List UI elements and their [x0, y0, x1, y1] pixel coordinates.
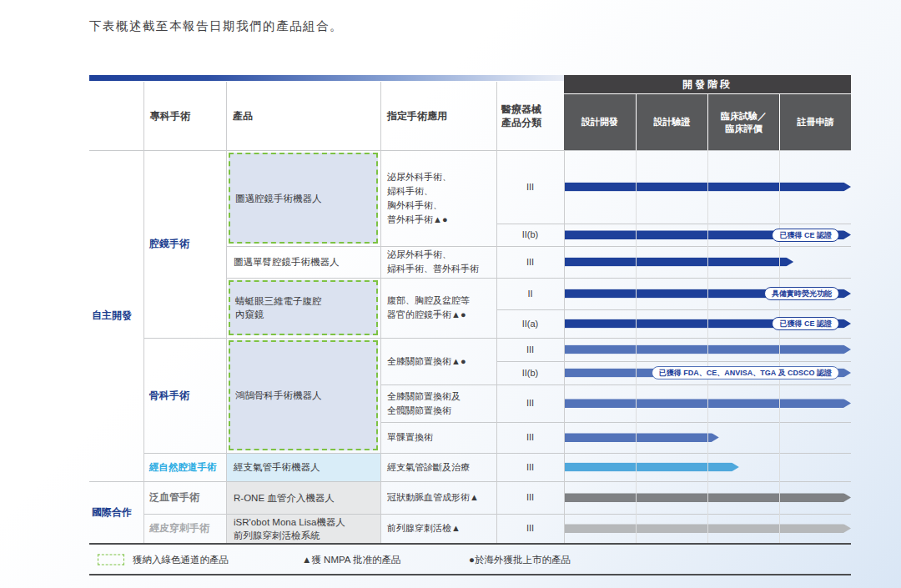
dev-stage-header: 開發階段 — [564, 75, 851, 93]
grid-line — [143, 82, 144, 543]
application-r-one: 冠狀動脈血管成形術▲ — [380, 481, 496, 514]
application-skywalker-tka-tha: 全膝關節置換術及 全髖關節置換術 — [380, 384, 496, 422]
stage-subheader-registration: 註冊申請 — [779, 93, 851, 150]
specialty-orthopedic: 骨科手術 — [143, 338, 226, 453]
grid-line — [226, 82, 227, 543]
grid-line — [89, 150, 851, 151]
grid-line — [380, 82, 381, 543]
product-portfolio-table: 開發階段 專科手術 產品 指定手術應用 醫療器械 產品分類 設計開發 設計驗證 … — [89, 75, 851, 543]
grid-line — [226, 278, 851, 279]
header-specialty: 專科手術 — [143, 75, 226, 150]
class-cell: III — [496, 338, 564, 361]
application-mona-lisa: 前列腺穿刺活檢▲ — [380, 514, 496, 543]
class-cell: II(a) — [496, 309, 564, 338]
grid-line — [380, 422, 851, 423]
product-bronchoscopy: 經支氣管手術機器人 — [226, 453, 380, 481]
class-cell: III — [496, 453, 564, 481]
pipeline-bar — [564, 258, 793, 267]
grid-line — [143, 514, 851, 515]
class-cell: III — [496, 150, 564, 224]
grid-line — [636, 150, 637, 543]
grid-line — [89, 481, 851, 482]
grid-line — [496, 361, 851, 362]
class-cell: III — [496, 481, 564, 514]
class-cell: II(b) — [496, 224, 564, 246]
product-dfvision: 蜻蜓眼三維電子腹腔 內窺鏡 — [226, 278, 380, 338]
application-skywalker-uka: 單髁置換術 — [380, 422, 496, 453]
category-self-developed: 自主開發 — [89, 150, 143, 481]
product-r-one: R-ONE 血管介入機器人 — [226, 481, 380, 514]
product-toumai: 圖邁腔鏡手術機器人 — [226, 150, 380, 246]
application-dfvision: 腹部、胸腔及盆腔等 器官的腔鏡手術▲● — [380, 278, 496, 338]
green-dashed-box-icon — [98, 554, 124, 565]
grid-line — [779, 150, 780, 543]
legend: 獲納入綠色通道的產品 ▲獲 NMPA 批准的產品 ●於海外獲批上市的產品 — [89, 543, 851, 575]
legend-nmpa-label: ▲獲 NMPA 批准的產品 — [302, 553, 401, 565]
bar-status-pill: 具備實時熒光功能 — [764, 287, 839, 300]
bar-status-pill: 已獲得 FDA、CE、ANVISA、TGA 及 CDSCO 認證 — [652, 366, 839, 379]
application-toumai-single-arm: 泌尿外科手術、 婦科手術、普外科手術 — [380, 246, 496, 278]
stage-subheader-design-verify: 設計驗證 — [636, 93, 707, 150]
category-international: 國際合作 — [89, 481, 143, 543]
application-bronchoscopy: 經支氣管診斷及治療 — [380, 453, 496, 481]
legend-overseas-label: ●於海外獲批上市的產品 — [469, 553, 571, 565]
specialty-natural-orifice: 經自然腔道手術 — [143, 453, 226, 481]
specialty-laparoscopic: 腔鏡手術 — [143, 150, 226, 338]
class-cell: III — [496, 384, 564, 422]
pipeline-bar — [564, 463, 739, 472]
product-toumai-single-arm: 圖邁單臂腔鏡手術機器人 — [226, 246, 380, 278]
product-skywalker: 鴻鵠骨科手術機器人 — [226, 338, 380, 453]
class-cell: II — [496, 278, 564, 309]
grid-line — [143, 338, 851, 339]
legend-overseas: ●於海外獲批上市的產品 — [469, 553, 571, 565]
report-page: 下表概述截至本報告日期我們的產品組合。 開發階段 專科手術 產品 指定手術應用 … — [0, 0, 901, 588]
header-product: 產品 — [226, 75, 380, 150]
product-mona-lisa: iSR'obot Mona Lisa機器人 前列腺穿刺活檢系統 — [226, 514, 380, 543]
grid-line — [380, 384, 851, 385]
grid-line — [143, 453, 851, 454]
header-classification: 醫療器械 產品分類 — [496, 75, 564, 150]
grid-line — [496, 82, 497, 543]
intro-text: 下表概述截至本報告日期我們的產品組合。 — [89, 18, 343, 34]
gradient-accent-bar — [89, 75, 564, 81]
application-skywalker-tka: 全膝關節置換術▲● — [380, 338, 496, 384]
pipeline-bar — [564, 433, 719, 442]
stage-subheader-design-dev: 設計開發 — [564, 93, 636, 150]
application-toumai: 泌尿外科手術、 婦科手術、 胸外科手術、 普外科手術▲● — [380, 150, 496, 246]
grid-line — [564, 150, 565, 543]
legend-green-channel: 獲納入綠色通道的產品 — [98, 553, 229, 565]
grid-line — [496, 224, 851, 224]
class-cell: III — [496, 514, 564, 543]
grid-line — [496, 309, 851, 310]
legend-nmpa: ▲獲 NMPA 批准的產品 — [302, 553, 401, 565]
class-cell: II(b) — [496, 361, 564, 384]
specialty-panvascular: 泛血管手術 — [143, 481, 226, 514]
specialty-percutaneous: 經皮穿刺手術 — [143, 514, 226, 543]
grid-line — [226, 246, 851, 247]
green-channel-box: 鴻鵠骨科手術機器人 — [229, 340, 378, 450]
grid-line — [707, 150, 708, 543]
green-channel-box: 圖邁腔鏡手術機器人 — [229, 153, 378, 244]
legend-green-channel-label: 獲納入綠色通道的產品 — [133, 553, 229, 565]
stage-subheader-clinical: 臨床試驗／ 臨床評價 — [707, 93, 779, 150]
header-application: 指定手術應用 — [380, 75, 496, 150]
bar-status-pill: 已獲得 CE 認證 — [772, 229, 839, 242]
green-channel-box: 蜻蜓眼三維電子腹腔 內窺鏡 — [229, 280, 378, 335]
bar-status-pill: 已獲得 CE 認證 — [772, 317, 839, 330]
class-cell: III — [496, 246, 564, 278]
class-cell: III — [496, 422, 564, 453]
